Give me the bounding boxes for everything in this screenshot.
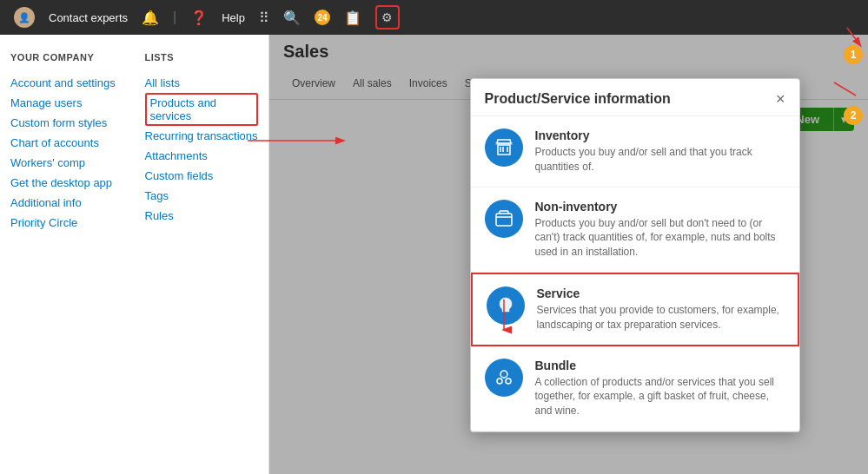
sidebar-item-manage-users[interactable]: Manage users: [10, 93, 124, 113]
service-icon-circle: [487, 286, 525, 325]
service-desc: Services that you provide to customers, …: [537, 303, 784, 332]
product-service-modal: Product/Service information × Inventory …: [470, 78, 800, 432]
non-inventory-name: Non-inventory: [535, 200, 785, 214]
service-name: Service: [537, 286, 784, 300]
bundle-icon-circle: [485, 359, 523, 397]
inbox-icon[interactable]: 📋: [344, 10, 361, 26]
svg-point-3: [497, 379, 502, 384]
main-container: YOUR COMPANY Account and settings Manage…: [0, 35, 868, 474]
sidebar-item-additional-info[interactable]: Additional info: [10, 193, 124, 213]
question-icon[interactable]: ❓: [190, 10, 208, 26]
sidebar-item-custom-form[interactable]: Custom form styles: [10, 113, 124, 133]
bundle-desc: A collection of products and/or services…: [535, 375, 785, 418]
bundle-name: Bundle: [535, 359, 785, 372]
sidebar-item-custom-fields[interactable]: Custom fields: [145, 166, 259, 186]
annotation-1: 1: [844, 45, 863, 64]
sidebar-col-lists: LISTS All lists Products and services Re…: [135, 52, 269, 457]
svg-point-4: [506, 379, 511, 384]
sidebar-item-tags[interactable]: Tags: [145, 186, 259, 206]
non-inventory-content: Non-inventory Products you buy and/or se…: [535, 200, 785, 260]
sidebar-item-products-services[interactable]: Products and services: [145, 93, 259, 126]
svg-point-2: [500, 371, 507, 378]
modal-item-inventory[interactable]: Inventory Products you buy and/or sell a…: [471, 116, 799, 188]
annotation-2: 2: [844, 106, 863, 125]
search-icon[interactable]: 🔍: [283, 10, 301, 26]
modal-title: Product/Service information: [485, 91, 671, 107]
sidebar-item-rules[interactable]: Rules: [145, 206, 259, 226]
modal-item-service[interactable]: Service Services that you provide to cus…: [471, 273, 799, 346]
notification-icon[interactable]: 🔔: [142, 10, 159, 26]
sidebar-item-chart-accounts[interactable]: Chart of accounts: [10, 133, 124, 153]
sidebar-item-attachments[interactable]: Attachments: [145, 146, 259, 166]
content-area: Sales Overview All sales Invoices Sales …: [269, 35, 868, 474]
inventory-name: Inventory: [535, 128, 785, 142]
sidebar-your-company-title: YOUR COMPANY: [10, 52, 124, 63]
sidebar-item-recurring-transactions[interactable]: Recurring transactions: [145, 126, 259, 146]
sidebar-item-workers-comp[interactable]: Workers' comp: [10, 153, 124, 173]
modal-close-button[interactable]: ×: [776, 91, 785, 107]
settings-gear-icon[interactable]: ⚙: [375, 5, 400, 30]
modal-header: Product/Service information ×: [471, 79, 799, 116]
service-content: Service Services that you provide to cus…: [537, 286, 784, 332]
modal-item-bundle[interactable]: Bundle A collection of products and/or s…: [471, 346, 799, 431]
inventory-desc: Products you buy and/or sell and that yo…: [535, 145, 785, 174]
message-badge[interactable]: 24: [315, 10, 330, 25]
top-navbar: 👤 Contact experts 🔔 | ❓ Help ⠿ 🔍 24 📋 ⚙: [0, 0, 868, 35]
modal-item-non-inventory[interactable]: Non-inventory Products you buy and/or se…: [471, 188, 799, 273]
sidebar-item-priority-circle[interactable]: Priority Circle: [10, 213, 124, 233]
non-inventory-desc: Products you buy and/or sell but don't n…: [535, 216, 785, 260]
grid-icon[interactable]: ⠿: [259, 10, 269, 26]
svg-rect-1: [496, 214, 512, 226]
sidebar-item-account-settings[interactable]: Account and settings: [10, 73, 124, 93]
help-link[interactable]: Help: [222, 11, 245, 24]
inventory-icon-circle: [485, 128, 523, 167]
sidebar-item-all-lists[interactable]: All lists: [145, 73, 259, 93]
avatar: 👤: [14, 7, 35, 28]
contact-experts-link[interactable]: Contact experts: [49, 11, 128, 24]
sidebar: YOUR COMPANY Account and settings Manage…: [0, 35, 269, 474]
non-inventory-icon-circle: [485, 200, 523, 238]
inventory-content: Inventory Products you buy and/or sell a…: [535, 128, 785, 174]
bundle-content: Bundle A collection of products and/or s…: [535, 359, 785, 418]
sidebar-lists-title: LISTS: [145, 52, 259, 63]
sidebar-col-company: YOUR COMPANY Account and settings Manage…: [0, 52, 135, 457]
svg-rect-0: [495, 142, 513, 145]
sidebar-item-desktop-app[interactable]: Get the desktop app: [10, 173, 124, 193]
